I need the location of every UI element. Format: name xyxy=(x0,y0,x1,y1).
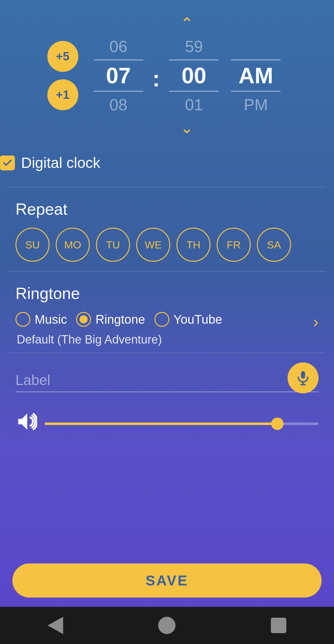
ampm-above xyxy=(254,35,258,58)
checkbox-icon xyxy=(0,156,15,170)
radio-label-youtube: YouTube xyxy=(174,313,222,326)
badge-column: +5 +1 xyxy=(47,41,78,110)
volume-icon xyxy=(15,411,37,436)
svg-rect-0 xyxy=(301,371,305,379)
hour-above: 06 xyxy=(110,35,128,58)
day-su[interactable]: SU xyxy=(15,228,50,262)
label-input[interactable] xyxy=(15,369,319,392)
time-scroller: 06 07 08 : 59 00 01 xyxy=(88,35,287,116)
time-colon: : xyxy=(150,66,163,91)
back-icon xyxy=(48,617,63,634)
day-tu[interactable]: TU xyxy=(96,228,130,262)
radio-label-music: Music xyxy=(35,313,67,326)
save-section: SAVE xyxy=(0,554,334,607)
ringtone-title: Ringtone xyxy=(15,284,319,303)
ringtone-section: Ringtone Music Ringtone xyxy=(0,275,334,349)
divider-1 xyxy=(8,187,326,187)
home-button[interactable] xyxy=(158,617,176,634)
digital-clock-label: Digital clock xyxy=(21,154,100,171)
ampm-divider-top xyxy=(231,59,280,60)
recents-button[interactable] xyxy=(271,618,286,633)
minute-divider-bottom xyxy=(169,91,219,92)
badge-plus5[interactable]: +5 xyxy=(47,41,78,72)
radio-youtube[interactable]: YouTube xyxy=(154,312,222,327)
time-picker-section: +5 +1 ⌃ 06 07 08 : 59 xyxy=(0,0,334,145)
day-we[interactable]: WE xyxy=(136,228,170,262)
main-content: +5 +1 ⌃ 06 07 08 : 59 xyxy=(0,0,334,607)
radio-music[interactable]: Music xyxy=(15,312,67,327)
digital-clock-row: Digital clock xyxy=(0,154,334,171)
label-row xyxy=(15,369,319,392)
hour-current[interactable]: 07 xyxy=(106,62,131,90)
ringtone-subtitle: Default (The Big Adventure) xyxy=(17,333,319,346)
repeat-section: Repeat SU MO TU WE TH FR SA xyxy=(0,191,334,268)
hour-below: 08 xyxy=(110,93,128,116)
label-section xyxy=(0,356,334,398)
ampm-current[interactable]: AM xyxy=(238,62,273,90)
hour-divider-top xyxy=(94,59,143,60)
badge-plus1[interactable]: +1 xyxy=(47,79,78,110)
ampm-divider-bottom xyxy=(231,91,280,92)
ampm-below: PM xyxy=(244,93,268,116)
minute-above: 59 xyxy=(185,35,203,58)
volume-slider-track[interactable] xyxy=(45,423,319,425)
ringtone-options-row: Music Ringtone YouTube xyxy=(15,312,222,327)
radio-inner-ringtone xyxy=(80,315,88,323)
days-row: SU MO TU WE TH FR SA xyxy=(15,228,319,262)
volume-section xyxy=(0,398,334,443)
chevron-down-button[interactable]: ⌄ xyxy=(180,116,194,139)
save-button[interactable]: SAVE xyxy=(12,563,322,598)
repeat-title: Repeat xyxy=(15,200,319,218)
day-fr[interactable]: FR xyxy=(217,228,251,262)
minute-current[interactable]: 00 xyxy=(181,62,206,90)
divider-2 xyxy=(8,271,326,272)
ringtone-options-wrapper: Music Ringtone YouTube › xyxy=(15,312,319,332)
minute-below: 01 xyxy=(185,93,203,116)
radio-ringtone[interactable]: Ringtone xyxy=(76,312,145,327)
day-th[interactable]: TH xyxy=(176,228,210,262)
radio-outer-youtube xyxy=(154,312,169,327)
back-button[interactable] xyxy=(48,617,63,634)
minute-divider-top xyxy=(169,59,219,60)
time-column: ⌃ 06 07 08 : 59 00 01 xyxy=(88,12,287,139)
radio-outer-ringtone xyxy=(76,312,91,327)
home-icon xyxy=(158,617,176,634)
ringtone-chevron-right-icon[interactable]: › xyxy=(313,313,319,331)
chevron-up-button[interactable]: ⌃ xyxy=(180,12,194,35)
day-sa[interactable]: SA xyxy=(257,228,291,262)
bottom-nav xyxy=(0,607,334,644)
hour-column: 06 07 08 xyxy=(88,35,150,116)
volume-slider-fill xyxy=(45,423,277,425)
hour-divider-bottom xyxy=(94,91,143,92)
minute-column: 59 00 01 xyxy=(163,35,225,116)
digital-clock-checkbox-wrapper[interactable]: Digital clock xyxy=(0,154,100,171)
svg-marker-3 xyxy=(18,414,27,430)
volume-slider-thumb[interactable] xyxy=(271,418,284,430)
label-input-wrapper xyxy=(15,369,319,392)
recents-icon xyxy=(271,618,286,633)
divider-3 xyxy=(8,353,326,353)
radio-label-ringtone: Ringtone xyxy=(95,313,145,326)
day-mo[interactable]: MO xyxy=(56,228,90,262)
ampm-column: AM PM xyxy=(225,35,287,116)
radio-outer-music xyxy=(15,312,30,327)
mic-button[interactable] xyxy=(288,362,319,393)
